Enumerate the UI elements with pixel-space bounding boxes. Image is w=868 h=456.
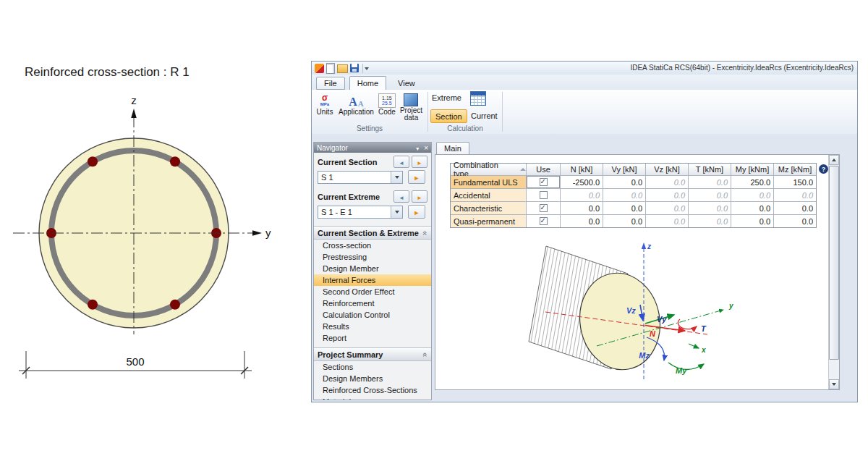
use-cell[interactable] [527,176,560,188]
use-cell[interactable] [527,215,560,227]
goto-section-button[interactable] [408,170,425,184]
value-cell[interactable]: 0.0 [561,215,603,227]
nav-group-title: Current Section & Extreme [318,229,419,237]
column-header-vy-kn[interactable]: Vy [kN] [603,164,645,175]
nav-group-current-section-extreme[interactable]: Current Section & Extreme [314,226,431,240]
nav-item-design-members[interactable]: Design Members [314,373,431,384]
current-button[interactable]: Current [467,109,502,122]
value-cell[interactable]: 0.0 [603,189,645,201]
ribbon-button-project-data[interactable]: Projectdata [398,91,425,122]
value-cell[interactable]: 0.0 [774,215,816,227]
nav-item-cross-section[interactable]: Cross-section [314,240,431,251]
value-cell[interactable]: 0.0 [646,189,688,201]
tab-view[interactable]: View [391,77,422,90]
value-cell[interactable]: 0.0 [689,176,731,188]
column-header-mz-knm[interactable]: Mz [kNm] [774,164,816,175]
value-cell[interactable]: 150.0 [774,176,816,188]
column-header-use[interactable]: Use [527,164,560,175]
column-header-t-knm[interactable]: T [kNm] [689,164,731,175]
ribbon: UnitsApplicationCodeProjectdata Settings… [312,90,857,135]
open-document-icon[interactable] [337,64,348,73]
next-section-button[interactable] [412,156,427,168]
value-cell[interactable]: 0.0 [731,189,773,201]
next-extreme-button[interactable] [412,190,427,203]
nav-item-prestressing[interactable]: Prestressing [314,251,431,263]
scroll-up-button[interactable] [829,155,839,165]
nav-item-sections[interactable]: Sections [314,361,431,373]
use-cell[interactable] [527,189,560,201]
use-checkbox[interactable] [540,178,548,186]
value-cell[interactable]: 0.0 [731,202,773,214]
combination-fundamental-uls[interactable]: Fundamental ULS [451,176,526,188]
column-header-vz-kn[interactable]: Vz [kN] [646,164,688,175]
nav-item-design-member[interactable]: Design Member [314,263,431,274]
nav-item-report[interactable]: Report [314,332,431,344]
workarea: Navigator Current Section [312,134,857,402]
combination-quasi-permanent[interactable]: Quasi-permanent [451,215,526,227]
goto-extreme-button[interactable] [408,205,425,219]
value-cell[interactable]: 0.0 [561,202,603,214]
nav-item-reinforcement[interactable]: Reinforcement [314,297,431,309]
value-cell[interactable]: -2500.0 [561,176,603,188]
value-cell[interactable]: 0.0 [774,202,816,214]
use-checkbox[interactable] [540,217,548,225]
idea-logo-icon[interactable] [315,64,324,73]
tab-file[interactable]: File [316,77,345,90]
value-cell[interactable]: 0.0 [603,202,645,214]
ribbon-button-label: Units [317,109,333,116]
nav-item-results[interactable]: Results [314,321,431,332]
tab-main[interactable]: Main [436,142,469,154]
column-header-combination-type[interactable]: Combination type [451,164,526,175]
nav-item-reinforced-cross-sections[interactable]: Reinforced Cross-Sections [314,384,431,396]
column-header-n-kn[interactable]: N [kN] [561,164,603,175]
combination-accidental[interactable]: Accidental [451,189,526,201]
pin-icon[interactable] [416,144,419,152]
previous-extreme-button[interactable] [393,190,409,203]
combination-characteristic[interactable]: Characteristic [451,202,526,214]
nav-group-title: Project Summary [318,350,383,359]
value-cell[interactable]: 0.0 [603,215,645,227]
current-section-dropdown[interactable]: S 1 [318,171,403,184]
nav-group-project-summary[interactable]: Project Summary [314,347,431,361]
column-header-my-knm[interactable]: My [kNm] [731,164,773,175]
calculation-buttons: Extreme Section Current [428,90,502,124]
nav-item-calculation-control[interactable]: Calculation Control [314,309,431,321]
section-button[interactable]: Section [430,109,467,123]
close-icon[interactable] [421,144,428,152]
new-document-icon[interactable] [326,63,335,74]
use-checkbox[interactable] [540,204,548,212]
use-cell[interactable] [527,202,560,214]
navigator-panel: Navigator Current Section [313,142,432,400]
value-cell[interactable]: 0.0 [646,215,688,227]
navigator-header[interactable]: Navigator [314,143,431,153]
value-cell[interactable]: 0.0 [646,202,688,214]
save-icon[interactable] [350,64,359,72]
value-cell[interactable]: 0.0 [689,202,731,214]
value-cell[interactable]: 0.0 [689,215,731,227]
previous-section-button[interactable] [393,156,409,168]
ribbon-button-units[interactable]: Units [313,91,336,117]
nav-item-materials[interactable]: Materials [314,396,431,400]
scrollbar-thumb[interactable] [829,166,839,360]
value-cell[interactable]: 0.0 [561,189,603,201]
ribbon-button-code[interactable]: Code [376,91,398,117]
value-cell[interactable]: 250.0 [731,176,773,188]
value-cell[interactable]: 0.0 [731,215,773,227]
qat-dropdown-icon[interactable] [362,64,370,73]
scroll-down-button[interactable] [829,379,839,389]
nav-item-second-order-effect[interactable]: Second Order Effect [314,286,431,297]
current-extreme-dropdown[interactable]: S 1 - E 1 [318,206,403,219]
tab-home[interactable]: Home [349,76,386,90]
value-cell[interactable]: 0.0 [774,189,816,201]
dropdown-arrow-icon[interactable] [391,206,402,218]
ribbon-button-application[interactable]: Application [336,91,376,117]
help-icon[interactable]: ? [819,164,828,174]
nav-item-internal-forces[interactable]: Internal Forces [314,274,431,286]
value-cell[interactable]: 0.0 [646,176,688,188]
use-checkbox[interactable] [540,191,548,199]
vertical-scrollbar[interactable] [828,155,839,389]
dropdown-arrow-icon[interactable] [391,172,402,183]
window-title: IDEA StatiCa RCS(64bit) - Excentricity.I… [630,64,854,72]
value-cell[interactable]: 0.0 [603,176,645,188]
value-cell[interactable]: 0.0 [689,189,731,201]
